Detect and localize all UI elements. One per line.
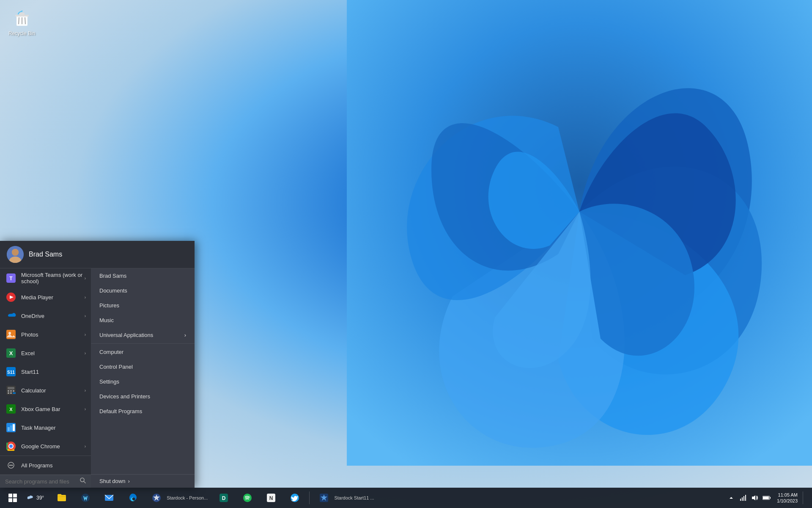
onedrive-icon xyxy=(5,310,17,322)
excel-icon: X xyxy=(5,347,17,359)
svg-marker-64 xyxy=(752,495,755,500)
right-panel-control-panel[interactable]: Control Panel xyxy=(91,359,195,374)
svg-rect-25 xyxy=(10,390,12,392)
svg-rect-62 xyxy=(743,496,744,501)
right-panel-brad-sams[interactable]: Brad Sams xyxy=(91,268,195,283)
svg-text:D: D xyxy=(222,495,226,501)
taskbar-system[interactable] xyxy=(74,489,96,507)
system-icon xyxy=(78,490,93,505)
right-panel-pictures[interactable]: Pictures xyxy=(91,298,195,313)
program-arrow-excel: › xyxy=(85,351,86,356)
program-item-task-manager[interactable]: Task Manager xyxy=(0,418,91,437)
battery-icon[interactable] xyxy=(762,493,772,503)
svg-rect-63 xyxy=(745,495,746,501)
task-manager-icon xyxy=(5,422,17,433)
taskbar-twitter[interactable] xyxy=(284,489,306,507)
right-panel-music[interactable]: Music xyxy=(91,313,195,328)
universal-apps-arrow-icon: › xyxy=(184,332,186,338)
recycle-bin[interactable]: Recycle Bin xyxy=(8,8,35,36)
svg-rect-34 xyxy=(10,425,12,431)
chrome-icon xyxy=(5,440,17,452)
program-item-chrome[interactable]: Google Chrome › xyxy=(0,437,91,456)
right-panel-settings[interactable]: Settings xyxy=(91,374,195,389)
start-menu: Brad Sams T Microsoft Teams (work or sch… xyxy=(0,241,195,488)
taskbar-edge[interactable] xyxy=(122,489,144,507)
svg-text:T: T xyxy=(9,276,13,282)
right-panel-default-programs[interactable]: Default Programs xyxy=(91,404,195,419)
program-arrow-teams: › xyxy=(85,276,86,281)
program-item-start11[interactable]: S11 Start11 xyxy=(0,362,91,381)
svg-rect-67 xyxy=(763,497,769,499)
tray-expand-icon[interactable] xyxy=(726,493,736,503)
program-arrow-calculator: › xyxy=(85,388,86,393)
file-explorer-icon xyxy=(54,490,69,505)
right-panel-devices-printers[interactable]: Devices and Printers xyxy=(91,389,195,404)
start-right-panel: Brad Sams Documents Pictures Music Unive… xyxy=(91,268,195,488)
taskbar-notion[interactable]: N xyxy=(260,489,282,507)
volume-icon[interactable] xyxy=(750,493,760,503)
program-item-teams[interactable]: T Microsoft Teams (work or school) › xyxy=(0,268,91,288)
right-panel-computer[interactable]: Computer xyxy=(91,345,195,359)
stardock-start11-label: Stardock Start11 ... xyxy=(334,495,374,500)
program-item-excel[interactable]: X Excel › xyxy=(0,344,91,362)
taskbar-clock[interactable]: 11:05 AM 1/10/2023 xyxy=(774,491,801,505)
program-label-task-manager: Task Manager xyxy=(21,425,86,431)
program-arrow-onedrive: › xyxy=(85,314,86,318)
svg-point-40 xyxy=(9,444,13,448)
twitter-icon xyxy=(287,490,302,505)
search-input[interactable] xyxy=(5,478,80,485)
svg-point-43 xyxy=(11,465,12,466)
start-button[interactable] xyxy=(3,490,22,505)
notion-icon: N xyxy=(263,490,279,505)
svg-rect-3 xyxy=(19,13,25,15)
search-icon[interactable] xyxy=(80,478,86,485)
svg-text:N: N xyxy=(269,495,273,501)
right-panel-documents[interactable]: Documents xyxy=(91,283,195,298)
taskbar: 39° xyxy=(0,488,812,508)
right-panel-documents-label: Documents xyxy=(99,287,127,294)
photos-icon xyxy=(5,329,17,340)
program-item-photos[interactable]: Photos › xyxy=(0,325,91,344)
taskbar-spotify[interactable] xyxy=(236,489,258,507)
svg-line-4 xyxy=(19,17,19,24)
taskbar-mail[interactable] xyxy=(98,489,120,507)
start-programs-list: T Microsoft Teams (work or school) › Med… xyxy=(0,268,91,488)
program-item-xbox[interactable]: X Xbox Game Bar › xyxy=(0,400,91,418)
program-arrow-photos: › xyxy=(85,332,86,337)
network-icon[interactable] xyxy=(738,493,748,503)
taskbar-separator xyxy=(309,491,310,504)
right-panel-universal-apps[interactable]: Universal Applications › xyxy=(91,328,195,342)
program-label-start11: Start11 xyxy=(21,369,86,375)
right-panel-divider-1 xyxy=(91,343,195,344)
shutdown-button[interactable]: Shut down › xyxy=(91,474,195,488)
right-panel-control-panel-label: Control Panel xyxy=(99,364,133,370)
svg-rect-26 xyxy=(13,390,14,392)
taskbar-stardock-start11[interactable]: Stardock Start11 ... xyxy=(313,489,377,507)
weather-widget[interactable]: 39° xyxy=(24,492,47,503)
program-item-calculator[interactable]: Calculator › xyxy=(0,381,91,400)
program-item-onedrive[interactable]: OneDrive › xyxy=(0,306,91,325)
show-desktop-button[interactable] xyxy=(803,491,805,504)
program-label-onedrive: OneDrive xyxy=(21,313,85,319)
taskbar-dashlane[interactable]: D xyxy=(213,489,235,507)
svg-rect-24 xyxy=(8,390,9,392)
all-programs-button[interactable]: All Programs xyxy=(0,456,91,475)
taskbar-file-explorer[interactable] xyxy=(51,489,73,507)
clock-time: 11:05 AM xyxy=(778,492,798,498)
all-programs-icon xyxy=(5,459,17,471)
program-item-media-player[interactable]: Media Player › xyxy=(0,288,91,306)
taskbar-stardock[interactable]: Stardock - Person... xyxy=(145,489,211,507)
start-search-bar[interactable] xyxy=(0,475,91,488)
recycle-bin-label: Recycle Bin xyxy=(8,30,35,36)
xbox-icon: X xyxy=(5,403,17,415)
program-arrow-media: › xyxy=(85,295,86,300)
svg-text:S11: S11 xyxy=(7,370,15,375)
mail-icon xyxy=(102,490,117,505)
start-menu-user-header[interactable]: Brad Sams xyxy=(0,241,195,268)
svg-rect-60 xyxy=(740,499,741,501)
stardock-start11-icon xyxy=(316,490,332,505)
svg-rect-27 xyxy=(8,392,9,394)
shutdown-label: Shut down xyxy=(99,478,125,484)
svg-rect-61 xyxy=(742,497,743,501)
svg-marker-59 xyxy=(730,497,733,499)
